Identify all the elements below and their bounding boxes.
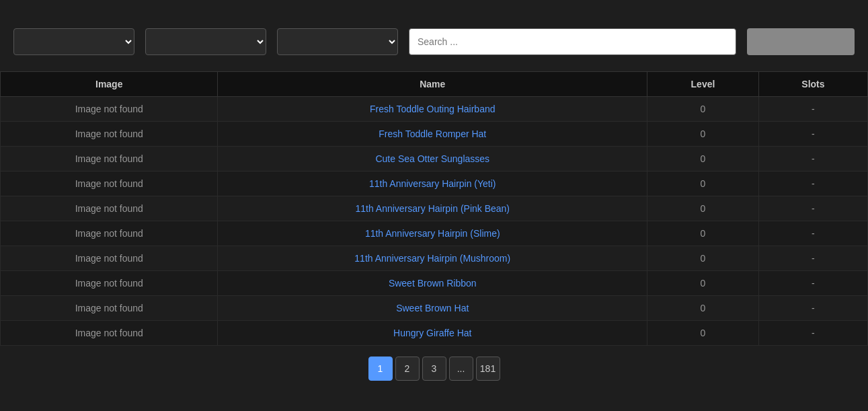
sort-group — [277, 24, 398, 55]
job-group — [13, 24, 134, 55]
orderby-select[interactable] — [145, 28, 266, 55]
pagination-page-181[interactable]: 181 — [476, 357, 500, 381]
cell-name[interactable]: Sweet Brown Hat — [218, 296, 647, 321]
cell-slots: - — [758, 97, 867, 122]
cell-image: Image not found — [1, 296, 218, 321]
cell-name[interactable]: Fresh Toddle Romper Hat — [218, 122, 647, 147]
cell-name[interactable]: 11th Anniversary Hairpin (Slime) — [218, 221, 647, 246]
table-row: Image not foundCute Sea Otter Sunglasses… — [1, 147, 868, 172]
table-row: Image not found11th Anniversary Hairpin … — [1, 246, 868, 271]
cell-level: 0 — [647, 296, 759, 321]
pagination-page-1[interactable]: 1 — [368, 357, 393, 381]
cell-name[interactable]: 11th Anniversary Hairpin (Pink Bean) — [218, 196, 647, 221]
cell-image: Image not found — [1, 172, 218, 196]
col-name: Name — [218, 72, 647, 97]
cell-level: 0 — [647, 196, 759, 221]
table-row: Image not foundSweet Brown Ribbon0- — [1, 271, 868, 296]
pagination: 123...181 — [0, 346, 868, 391]
pagination-ellipsis[interactable]: ... — [449, 357, 473, 381]
table-row: Image not found11th Anniversary Hairpin … — [1, 196, 868, 221]
col-slots: Slots — [758, 72, 867, 97]
item-link[interactable]: Fresh Toddle Outing Hairband — [370, 104, 496, 114]
table-row: Image not foundHungry Giraffe Hat0- — [1, 321, 868, 346]
orderby-group — [145, 24, 266, 55]
cell-level: 0 — [647, 172, 759, 196]
cell-name[interactable]: Hungry Giraffe Hat — [218, 321, 647, 346]
cell-level: 0 — [647, 147, 759, 172]
cell-level: 0 — [647, 271, 759, 296]
table-row: Image not foundFresh Toddle Romper Hat0- — [1, 122, 868, 147]
cell-image: Image not found — [1, 97, 218, 122]
table-header-row: Image Name Level Slots — [1, 72, 868, 97]
table-row: Image not found11th Anniversary Hairpin … — [1, 172, 868, 196]
cell-slots: - — [758, 271, 867, 296]
cell-slots: - — [758, 221, 867, 246]
col-image: Image — [1, 72, 218, 97]
cell-slots: - — [758, 147, 867, 172]
records-info — [0, 63, 868, 71]
cell-image: Image not found — [1, 147, 218, 172]
search-button[interactable] — [747, 28, 855, 55]
cell-level: 0 — [647, 246, 759, 271]
pagination-page-3[interactable]: 3 — [422, 357, 446, 381]
job-select[interactable] — [13, 28, 134, 55]
cell-level: 0 — [647, 97, 759, 122]
cell-level: 0 — [647, 122, 759, 147]
item-link[interactable]: Sweet Brown Ribbon — [389, 278, 477, 289]
item-link[interactable]: 11th Anniversary Hairpin (Slime) — [365, 228, 500, 239]
cell-name[interactable]: Fresh Toddle Outing Hairband — [218, 97, 647, 122]
cell-image: Image not found — [1, 271, 218, 296]
cell-slots: - — [758, 196, 867, 221]
cell-level: 0 — [647, 321, 759, 346]
controls-bar — [0, 0, 868, 63]
search-input[interactable] — [409, 28, 736, 55]
cell-name[interactable]: 11th Anniversary Hairpin (Mushroom) — [218, 246, 647, 271]
cell-image: Image not found — [1, 321, 218, 346]
cell-name[interactable]: Cute Sea Otter Sunglasses — [218, 147, 647, 172]
cell-slots: - — [758, 246, 867, 271]
cell-image: Image not found — [1, 196, 218, 221]
item-link[interactable]: 11th Anniversary Hairpin (Mushroom) — [354, 253, 510, 264]
item-link[interactable]: Sweet Brown Hat — [396, 303, 469, 313]
cell-slots: - — [758, 172, 867, 196]
cell-image: Image not found — [1, 122, 218, 147]
pagination-page-2[interactable]: 2 — [395, 357, 420, 381]
cell-slots: - — [758, 321, 867, 346]
item-link[interactable]: 11th Anniversary Hairpin (Pink Bean) — [355, 203, 510, 214]
item-link[interactable]: Fresh Toddle Romper Hat — [379, 128, 486, 139]
search-btn-group — [747, 11, 855, 55]
item-link[interactable]: 11th Anniversary Hairpin (Yeti) — [369, 178, 496, 189]
data-table: Image Name Level Slots Image not foundFr… — [0, 71, 868, 346]
cell-name[interactable]: Sweet Brown Ribbon — [218, 271, 647, 296]
cell-level: 0 — [647, 221, 759, 246]
cell-image: Image not found — [1, 221, 218, 246]
cell-image: Image not found — [1, 246, 218, 271]
table-row: Image not foundSweet Brown Hat0- — [1, 296, 868, 321]
name-group — [409, 24, 736, 55]
sort-select[interactable] — [277, 28, 398, 55]
table-row: Image not foundFresh Toddle Outing Hairb… — [1, 97, 868, 122]
cell-slots: - — [758, 122, 867, 147]
cell-slots: - — [758, 296, 867, 321]
item-link[interactable]: Hungry Giraffe Hat — [393, 328, 471, 338]
cell-name[interactable]: 11th Anniversary Hairpin (Yeti) — [218, 172, 647, 196]
table-row: Image not found11th Anniversary Hairpin … — [1, 221, 868, 246]
col-level: Level — [647, 72, 759, 97]
item-link[interactable]: Cute Sea Otter Sunglasses — [375, 153, 489, 164]
